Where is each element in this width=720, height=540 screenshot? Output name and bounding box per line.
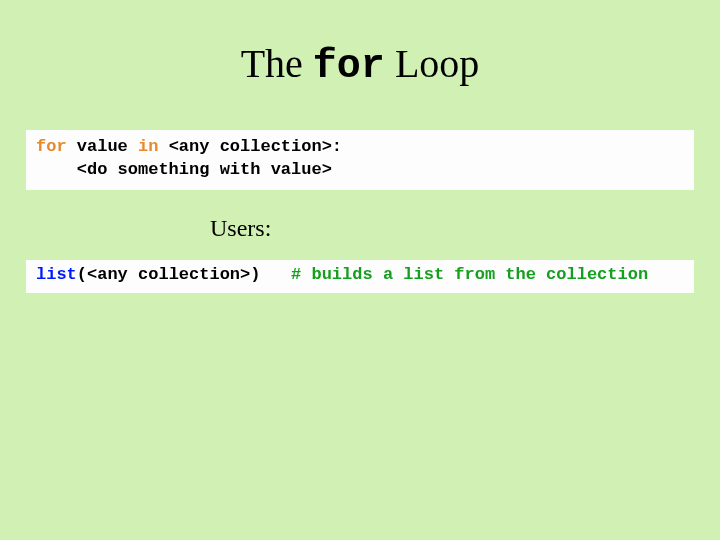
- users-label: Users:: [210, 215, 271, 242]
- code-text: <any collection>:: [158, 137, 342, 156]
- title-part-3: Loop: [385, 41, 479, 86]
- slide-title: The for Loop: [0, 44, 720, 87]
- keyword-in: in: [138, 137, 158, 156]
- code-text: value: [67, 137, 138, 156]
- code-line-2: <do something with value>: [36, 160, 332, 179]
- title-keyword-for: for: [313, 44, 385, 89]
- keyword-for: for: [36, 137, 67, 156]
- comment: # builds a list from the collection: [291, 265, 648, 284]
- builtin-list: list: [36, 265, 77, 284]
- code-block-for-loop: for value in <any collection>: <do somet…: [26, 130, 694, 190]
- slide: The for Loop for value in <any collectio…: [0, 0, 720, 540]
- code-block-list: list(<any collection>) # builds a list f…: [26, 260, 694, 293]
- code-text: (<any collection>): [77, 265, 291, 284]
- title-part-1: The: [241, 41, 313, 86]
